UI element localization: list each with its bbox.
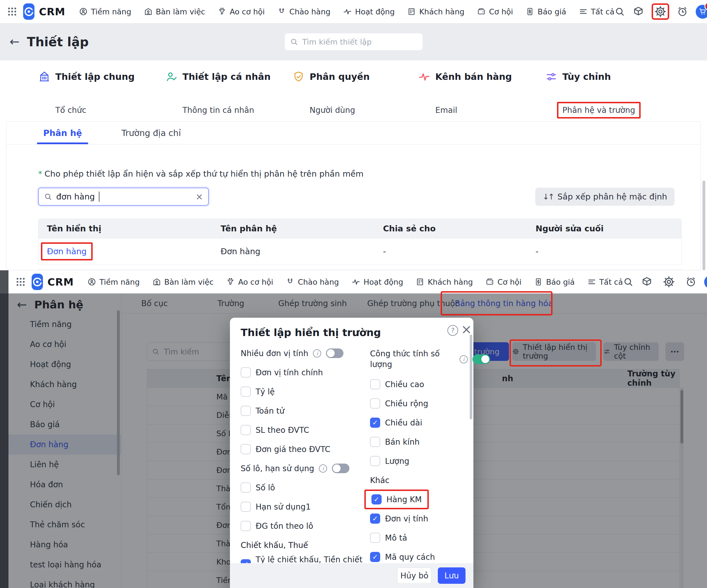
nav-item-chao-hang[interactable]: Chào hàng bbox=[285, 278, 339, 286]
navbar-actions: 2 81 ? ··· L1 1 bbox=[614, 3, 707, 20]
checkbox[interactable] bbox=[370, 398, 380, 409]
nav-item-tiem-nang[interactable]: Tiềm năng bbox=[87, 278, 140, 286]
search-icon[interactable] bbox=[614, 6, 625, 17]
alarm-clock-icon[interactable] bbox=[677, 6, 688, 17]
checkbox[interactable] bbox=[241, 482, 251, 492]
crm-logo[interactable] bbox=[32, 274, 43, 290]
search-icon[interactable] bbox=[623, 277, 634, 287]
settings-search-input[interactable] bbox=[302, 37, 417, 46]
nav-item-bao-gia[interactable]: Báo giá bbox=[534, 278, 575, 286]
checkbox[interactable] bbox=[370, 437, 380, 447]
apps-grid-icon[interactable] bbox=[15, 277, 26, 287]
nav-item-khach-hang[interactable]: Khách hàng bbox=[407, 7, 464, 16]
nav-item-chao-hang[interactable]: Chào hàng bbox=[277, 7, 331, 16]
checkbox[interactable] bbox=[370, 514, 380, 524]
alarm-clock-icon[interactable] bbox=[685, 276, 697, 288]
don-hang-link[interactable]: Đơn hàng bbox=[41, 243, 93, 260]
page-title: Thiết lập bbox=[27, 35, 89, 49]
modal-row: Toán tử i bbox=[241, 401, 364, 420]
nav-item-co-hoi[interactable]: Cơ hội bbox=[477, 7, 513, 16]
toggle[interactable] bbox=[332, 464, 349, 473]
checkbox[interactable] bbox=[370, 552, 380, 562]
nav-item-tat-ca[interactable]: Tất cả bbox=[587, 278, 623, 286]
category-permission[interactable]: Phân quyền bbox=[292, 71, 370, 83]
nav-item-hoat-dong[interactable]: Hoạt động bbox=[351, 278, 403, 286]
brand-title: CRM bbox=[47, 276, 74, 288]
divider bbox=[38, 269, 681, 270]
modal-row: Đơn vị tính i bbox=[370, 509, 469, 528]
category-customize[interactable]: Tùy chỉnh bbox=[545, 71, 611, 83]
checkbox[interactable] bbox=[241, 406, 251, 416]
gear-annotation-wrap bbox=[660, 274, 678, 290]
nav-item-ao-co-hoi[interactable]: Ao cơ hội bbox=[226, 278, 273, 286]
checkbox[interactable] bbox=[370, 456, 380, 466]
gear-icon[interactable] bbox=[654, 6, 666, 17]
toggle[interactable] bbox=[326, 348, 343, 358]
checkbox[interactable] bbox=[371, 494, 381, 505]
category-sub-phan-he-va-truong[interactable]: Phân hệ và trường bbox=[557, 102, 641, 118]
save-button[interactable]: Lưu bbox=[438, 567, 466, 584]
modal-help-icon[interactable]: ? bbox=[447, 325, 458, 336]
checkbox[interactable] bbox=[241, 521, 251, 531]
cart-icon[interactable]: 2 bbox=[696, 5, 707, 19]
top-navbar: CRM Tiềm năng Bàn làm việc Ao cơ hội Chà… bbox=[8, 270, 707, 293]
nav-item-ban-lam-viec[interactable]: Bàn làm việc bbox=[152, 278, 214, 286]
checkbox[interactable] bbox=[241, 425, 251, 435]
nav-item-tiem-nang[interactable]: Tiềm năng bbox=[79, 7, 131, 16]
settings-categories: Thiết lập chung Tổ chức Thiết lập cá nhâ… bbox=[0, 60, 707, 121]
category-personal[interactable]: Thiết lập cá nhân bbox=[165, 71, 271, 83]
checkbox[interactable] bbox=[370, 417, 380, 428]
crm-logo[interactable] bbox=[23, 3, 34, 20]
cancel-button[interactable]: Hủy bỏ bbox=[397, 567, 432, 584]
nav-item-ao-co-hoi[interactable]: Ao cơ hội bbox=[217, 7, 265, 16]
cart-icon[interactable]: 2 bbox=[704, 275, 707, 289]
nav-item-tat-ca[interactable]: Tất cả bbox=[579, 7, 615, 16]
navbar-slot-2: CRM Tiềm năng Bàn làm việc Ao cơ hội Chà… bbox=[8, 270, 707, 293]
sort-default-button[interactable]: ↓↑ Sắp xếp phân hệ mặc định bbox=[535, 188, 675, 206]
sort-arrows-icon: ↓↑ bbox=[543, 192, 553, 201]
category-sub-to-chuc[interactable]: Tổ chức bbox=[55, 106, 86, 115]
checkbox[interactable] bbox=[241, 502, 251, 512]
checkbox[interactable] bbox=[241, 387, 251, 397]
clear-search-icon[interactable]: × bbox=[196, 191, 203, 202]
category-sub-thong-tin[interactable]: Thông tin cá nhân bbox=[182, 106, 254, 115]
modal-scrollbar[interactable] bbox=[470, 335, 472, 419]
modal-row: Nhiều đơn vị tính i bbox=[241, 344, 364, 363]
toggle[interactable] bbox=[473, 354, 490, 364]
modal-row: Lượng i bbox=[370, 451, 469, 471]
back-arrow-icon[interactable]: ← bbox=[10, 36, 20, 48]
modal-row: Tỷ lệ i bbox=[241, 382, 364, 401]
info-icon[interactable]: i bbox=[319, 465, 327, 473]
package-icon[interactable] bbox=[641, 276, 652, 288]
modal-row: Công thức tính số lượng i bbox=[370, 344, 469, 375]
nav-item-hoat-dong[interactable]: Hoạt động bbox=[343, 7, 395, 16]
info-icon[interactable]: i bbox=[313, 349, 321, 358]
main-menu: Tiềm năng Bàn làm việc Ao cơ hội Chào hà… bbox=[87, 278, 623, 286]
checkbox[interactable] bbox=[241, 367, 251, 377]
package-icon[interactable] bbox=[633, 6, 644, 17]
module-table-header: Tên hiển thị Tên phân hệ Chia sẻ cho Ngư… bbox=[38, 219, 681, 238]
navbar-slot-1: CRM Tiềm năng Bàn làm việc Ao cơ hội Chà… bbox=[0, 0, 707, 23]
category-sub-nguoi-dung[interactable]: Người dùng bbox=[310, 106, 355, 115]
module-search-input[interactable]: đơn hàng × bbox=[38, 188, 209, 206]
checkbox[interactable] bbox=[241, 444, 251, 454]
tab-truong-dia-chi[interactable]: Trường địa chỉ bbox=[115, 122, 187, 144]
info-icon[interactable]: i bbox=[460, 355, 468, 363]
modal-row: Khác i bbox=[370, 471, 469, 490]
category-sub-email[interactable]: Email bbox=[435, 106, 457, 115]
checkbox[interactable] bbox=[370, 533, 380, 543]
apps-grid-icon[interactable] bbox=[7, 6, 18, 17]
category-general[interactable]: Thiết lập chung bbox=[38, 71, 135, 83]
page-scrollbar[interactable] bbox=[703, 181, 705, 270]
modal-close-icon[interactable]: × bbox=[461, 323, 472, 336]
modal-row: Chiều dài i bbox=[370, 413, 469, 432]
nav-item-co-hoi[interactable]: Cơ hội bbox=[485, 278, 521, 286]
nav-item-bao-gia[interactable]: Báo giá bbox=[526, 7, 566, 16]
checkbox[interactable] bbox=[370, 379, 380, 390]
category-sales-channel[interactable]: Kênh bán hàng bbox=[418, 71, 512, 83]
settings-search[interactable] bbox=[285, 33, 423, 50]
nav-item-ban-lam-viec[interactable]: Bàn làm việc bbox=[144, 7, 205, 16]
tab-phan-he[interactable]: Phân hệ bbox=[37, 122, 88, 144]
nav-item-khach-hang[interactable]: Khách hàng bbox=[415, 278, 473, 286]
gear-icon[interactable] bbox=[663, 276, 675, 288]
